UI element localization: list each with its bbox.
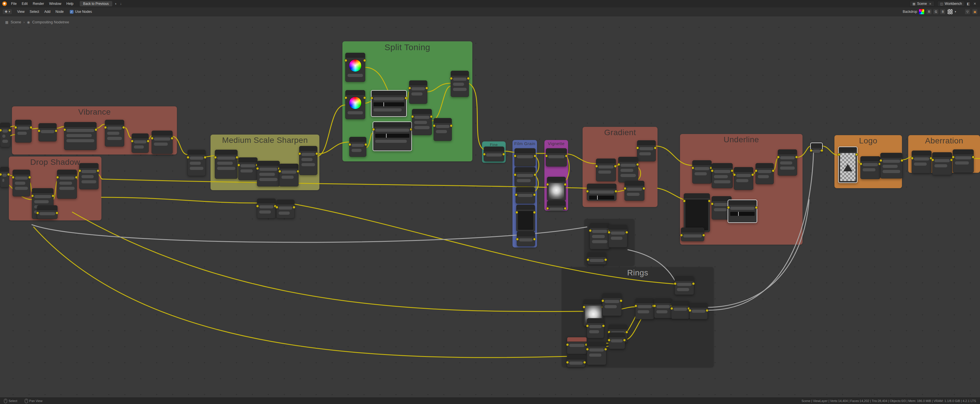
viewlayer-selector[interactable]: ◫ Workbench <box>937 1 965 6</box>
node-header[interactable] <box>257 161 280 166</box>
node-header[interactable] <box>932 153 952 157</box>
node-header[interactable] <box>692 161 711 165</box>
node-header[interactable] <box>39 123 56 128</box>
node-header[interactable] <box>728 200 757 205</box>
node-header[interactable] <box>567 337 587 342</box>
node-header[interactable] <box>690 303 707 308</box>
node-header[interactable] <box>517 232 535 236</box>
node-header[interactable] <box>778 150 797 154</box>
alpha-channel-icon[interactable] <box>947 9 953 14</box>
node[interactable] <box>728 200 757 223</box>
node[interactable] <box>514 167 536 187</box>
node[interactable] <box>596 158 616 181</box>
node[interactable] <box>567 337 587 354</box>
node[interactable] <box>0 123 10 147</box>
node[interactable] <box>38 123 57 141</box>
node-header[interactable] <box>371 91 406 95</box>
node[interactable] <box>587 252 606 265</box>
node-header[interactable] <box>619 157 638 162</box>
blender-logo-icon[interactable] <box>2 2 7 6</box>
node[interactable] <box>810 142 823 151</box>
color-channel-icon[interactable] <box>919 9 924 14</box>
topbar-menu-render[interactable]: Render <box>30 0 46 7</box>
stack-icon[interactable]: ◧ <box>966 2 972 6</box>
channel-button-r[interactable]: R <box>926 9 932 14</box>
node-header[interactable] <box>451 71 469 75</box>
node-header[interactable] <box>637 141 655 145</box>
node-header[interactable] <box>734 168 753 172</box>
node[interactable] <box>451 71 469 97</box>
node-header[interactable] <box>609 333 625 337</box>
node[interactable] <box>602 293 622 316</box>
node[interactable] <box>624 181 644 201</box>
node-header[interactable] <box>132 134 148 138</box>
node[interactable] <box>587 184 616 201</box>
node-header[interactable] <box>350 137 366 142</box>
node[interactable] <box>567 354 585 367</box>
node[interactable] <box>590 223 610 249</box>
node-header[interactable] <box>515 149 535 153</box>
node-header[interactable] <box>434 118 452 123</box>
topbar-menu-file[interactable]: File <box>8 0 19 7</box>
node-header[interactable] <box>57 170 76 174</box>
node-header[interactable] <box>412 109 431 114</box>
node[interactable] <box>299 146 317 175</box>
node-header[interactable] <box>345 90 365 95</box>
node-header[interactable] <box>861 156 880 161</box>
node-header[interactable] <box>587 318 604 323</box>
node-header[interactable] <box>590 223 609 228</box>
node[interactable] <box>515 187 535 204</box>
node[interactable] <box>132 133 149 153</box>
node-header[interactable] <box>0 123 10 128</box>
node[interactable] <box>279 164 299 187</box>
editor-menu-view[interactable]: View <box>14 8 27 15</box>
node[interactable] <box>734 167 753 190</box>
topbar-menu-window[interactable]: Window <box>46 0 64 7</box>
node-header[interactable] <box>609 325 627 329</box>
node-header[interactable] <box>912 151 931 155</box>
node-header[interactable] <box>547 177 565 182</box>
node-header[interactable] <box>839 147 857 152</box>
node[interactable] <box>609 225 627 248</box>
node[interactable] <box>517 232 535 246</box>
editor-menu-select[interactable]: Select <box>27 8 41 15</box>
node[interactable] <box>692 160 712 184</box>
node-header[interactable] <box>547 201 565 206</box>
node-header[interactable] <box>280 164 298 169</box>
node-header[interactable] <box>603 293 621 298</box>
node[interactable] <box>609 332 625 349</box>
node-header[interactable] <box>517 205 535 209</box>
node-header[interactable] <box>588 252 606 257</box>
node[interactable] <box>345 53 365 82</box>
node-header[interactable] <box>215 150 237 155</box>
node[interactable] <box>587 318 604 338</box>
node-header[interactable] <box>636 299 654 303</box>
node[interactable] <box>756 163 774 184</box>
node[interactable] <box>860 156 880 179</box>
node[interactable] <box>654 298 672 318</box>
node-header[interactable] <box>64 122 96 127</box>
node-header[interactable] <box>409 81 427 85</box>
node[interactable] <box>671 301 689 319</box>
node-header[interactable] <box>654 299 672 303</box>
node-header[interactable] <box>13 170 30 174</box>
node[interactable] <box>689 303 708 319</box>
chevron-down-icon[interactable]: ▾ <box>955 10 956 13</box>
node[interactable] <box>880 153 902 179</box>
node[interactable] <box>546 148 567 166</box>
node-header[interactable] <box>32 188 53 193</box>
node-header[interactable] <box>587 184 616 188</box>
editor-menu-add[interactable]: Add <box>41 8 53 15</box>
node-header[interactable] <box>675 276 694 281</box>
node-header[interactable] <box>811 143 822 148</box>
node-header[interactable] <box>712 163 732 168</box>
node[interactable] <box>547 201 566 210</box>
backdrop-toggle[interactable]: Backdrop <box>903 10 917 14</box>
node[interactable] <box>712 163 733 188</box>
node[interactable] <box>188 150 206 176</box>
filter-icon[interactable]: ▽ <box>965 9 970 14</box>
download-icon[interactable]: ↓ <box>119 2 123 6</box>
node[interactable] <box>547 177 566 201</box>
node[interactable] <box>637 140 656 161</box>
node-header[interactable] <box>37 206 57 210</box>
